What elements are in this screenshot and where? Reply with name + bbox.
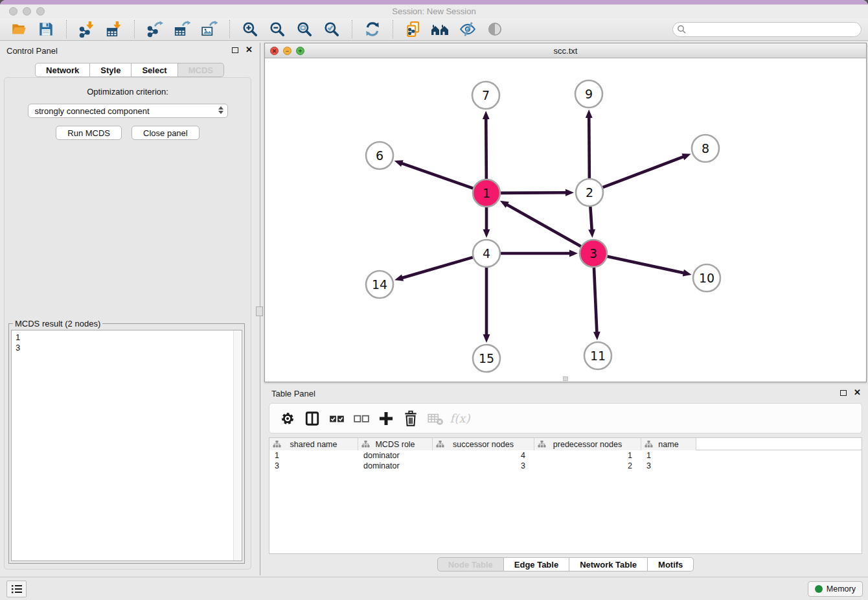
table-panel: Table Panel ✕	[264, 386, 867, 575]
result-scrollbar[interactable]	[233, 330, 242, 560]
network-window-titlebar[interactable]: ✕ − + scc.txt	[265, 43, 866, 58]
network-canvas[interactable]: 7968124314101511	[265, 58, 866, 382]
search-input[interactable]	[672, 22, 862, 37]
table-cell[interactable]: 1	[269, 450, 358, 461]
table-cell[interactable]: 3	[269, 461, 358, 471]
graph-edge-3-11[interactable]	[594, 268, 597, 333]
refresh-layout-icon[interactable]	[363, 19, 382, 39]
graph-node-3[interactable]: 3	[580, 240, 607, 267]
graph-edge-2-3[interactable]	[590, 207, 591, 231]
table-cell[interactable]: 1	[534, 450, 641, 461]
zoom-out-icon[interactable]	[268, 19, 287, 39]
tab-node-table[interactable]: Node Table	[437, 557, 504, 571]
tab-style[interactable]: Style	[90, 63, 131, 77]
tab-motifs[interactable]: Motifs	[648, 557, 694, 571]
zoom-in-icon[interactable]	[240, 19, 260, 39]
mcds-result-title: MCDS result (2 nodes)	[13, 319, 102, 329]
panel-divider-grip[interactable]	[256, 306, 263, 316]
svg-text:8: 8	[702, 141, 709, 156]
graph-node-9[interactable]: 9	[575, 80, 602, 108]
application-window: Session: New Session	[0, 0, 868, 600]
graph-node-11[interactable]: 11	[584, 342, 611, 369]
table-cell[interactable]: 4	[433, 450, 534, 461]
node-table[interactable]: shared nameMCDS rolesuccessor nodesprede…	[269, 437, 862, 554]
graph-node-4[interactable]: 4	[473, 240, 500, 267]
show-columns-icon[interactable]	[303, 409, 322, 428]
close-panel-button[interactable]: Close panel	[131, 126, 200, 140]
canvas-scroll-grip[interactable]	[563, 376, 568, 381]
table-header-row: shared nameMCDS rolesuccessor nodesprede…	[269, 438, 862, 450]
table-cell[interactable]: 2	[534, 461, 641, 471]
network-graph: 7968124314101511	[265, 58, 866, 382]
column-header[interactable]: name	[641, 438, 696, 450]
task-history-button[interactable]	[6, 581, 27, 597]
graph-edge-4-14[interactable]	[402, 257, 473, 278]
column-header[interactable]: MCDS role	[358, 438, 433, 450]
float-table-panel-icon[interactable]	[840, 390, 847, 396]
delete-column-icon[interactable]	[401, 409, 420, 428]
tab-select[interactable]: Select	[131, 63, 177, 77]
column-header[interactable]: predecessor nodes	[534, 438, 641, 450]
graph-node-8[interactable]: 8	[692, 135, 719, 162]
edge-arrowhead	[681, 154, 691, 160]
select-all-columns-icon[interactable]	[327, 409, 347, 428]
save-session-icon[interactable]	[36, 19, 56, 39]
table-cell[interactable]: dominator	[358, 450, 433, 461]
table-panel-title: Table Panel	[271, 389, 315, 398]
table-settings-gear-icon[interactable]	[278, 409, 297, 428]
graph-node-14[interactable]: 14	[366, 271, 393, 298]
graph-node-1[interactable]: 1	[473, 179, 500, 207]
table-cell[interactable]: 3	[641, 461, 696, 471]
graph-edge-3-1[interactable]	[506, 204, 580, 246]
graph-edge-1-7[interactable]	[486, 118, 486, 179]
tab-network-table[interactable]: Network Table	[569, 557, 648, 571]
delete-table-icon-disabled	[426, 409, 445, 428]
close-table-panel-icon[interactable]: ✕	[854, 389, 861, 397]
home-networks-icon[interactable]	[431, 19, 450, 39]
zoom-selected-icon[interactable]	[322, 19, 341, 39]
copy-style-icon[interactable]	[404, 19, 423, 39]
import-network-icon[interactable]	[77, 19, 97, 39]
table-cell[interactable]: dominator	[358, 461, 433, 471]
graph-node-7[interactable]: 7	[472, 82, 499, 109]
column-header[interactable]: shared name	[269, 438, 358, 450]
graph-edge-1-2[interactable]	[501, 192, 567, 193]
graph-node-6[interactable]: 6	[366, 142, 393, 169]
table-row[interactable]: 3dominator323	[269, 461, 862, 471]
float-panel-icon[interactable]	[232, 47, 238, 53]
graph-edge-2-9[interactable]	[589, 117, 589, 178]
create-column-icon[interactable]	[376, 409, 396, 428]
toolbar-separator	[229, 20, 230, 38]
graph-node-2[interactable]: 2	[576, 179, 603, 206]
graph-edge-1-6[interactable]	[401, 163, 473, 189]
graph-edge-2-8[interactable]	[603, 156, 685, 187]
import-table-icon[interactable]	[104, 19, 124, 39]
control-panel-header: Control Panel ✕	[0, 43, 259, 60]
tab-edge-table[interactable]: Edge Table	[504, 557, 569, 571]
export-image-icon[interactable]	[200, 19, 219, 39]
column-header[interactable]: successor nodes	[433, 438, 534, 450]
run-mcds-button[interactable]: Run MCDS	[56, 126, 122, 140]
close-panel-icon[interactable]: ✕	[246, 46, 253, 54]
mcds-result-box[interactable]: 1 3	[11, 330, 242, 561]
optimization-criterion-label: Optimization criterion:	[5, 87, 251, 97]
toolbar-separator	[393, 20, 393, 38]
unselect-all-columns-icon[interactable]	[352, 409, 371, 428]
table-cell[interactable]: 1	[641, 450, 696, 461]
graph-edge-3-10[interactable]	[607, 257, 684, 273]
table-cell[interactable]: 3	[433, 461, 534, 471]
criterion-select[interactable]: strongly connected component	[28, 104, 228, 118]
export-network-icon[interactable]	[145, 19, 165, 39]
export-table-icon[interactable]	[172, 19, 192, 39]
graph-node-15[interactable]: 15	[473, 345, 500, 372]
tab-network[interactable]: Network	[35, 63, 90, 77]
zoom-fit-icon[interactable]	[295, 19, 314, 39]
table-row[interactable]: 1dominator411	[269, 450, 862, 461]
graph-node-10[interactable]: 10	[693, 264, 720, 292]
hide-graphics-icon[interactable]	[458, 19, 477, 39]
edge-arrowhead	[483, 229, 490, 238]
open-session-icon[interactable]	[9, 19, 29, 39]
tab-mcds[interactable]: MCDS	[178, 63, 224, 77]
svg-text:15: 15	[479, 351, 494, 365]
memory-button[interactable]: Memory	[808, 581, 863, 597]
